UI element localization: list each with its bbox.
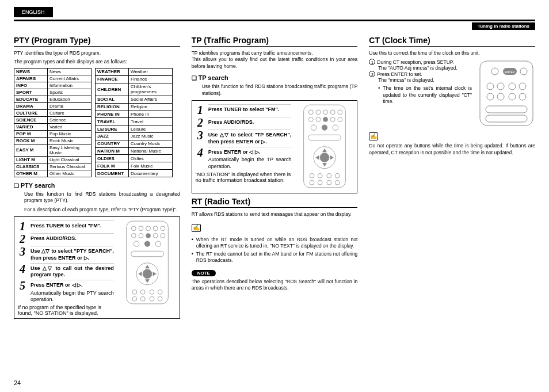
svg-point-42	[333, 125, 338, 130]
pty-steps-block: 1Press TUNER to select "FM". 2Press AUDI…	[14, 216, 180, 319]
pty-label: Travel	[129, 118, 173, 125]
svg-rect-43	[308, 135, 341, 140]
svg-point-50	[310, 174, 314, 178]
ct-heading: CT (Clock Time)	[369, 36, 535, 47]
pty-code: EDUCATE	[14, 96, 48, 102]
ct-step-1-sub: The "AUTO Adj mm:ss" is displayed.	[378, 65, 472, 71]
pty-row: OLDIESOldies	[96, 155, 173, 162]
svg-point-28	[158, 297, 162, 302]
pty-row: EASY MEasy Listening Music	[14, 144, 92, 156]
pty-row: OTHER MOther Music	[14, 170, 92, 177]
ct-steps: 1During CT reception, press SETUP. The "…	[369, 59, 472, 107]
svg-marker-48	[316, 155, 319, 160]
pty-intro-2: The program types and their displays are…	[14, 59, 180, 65]
svg-point-30	[309, 110, 314, 115]
pty-label: Documentary	[129, 170, 173, 177]
remote-figure-ct: ENTER	[478, 59, 535, 129]
tp-steps-block: 1Press TUNER to select "FM". 2Press AUDI…	[192, 100, 358, 193]
pty-code: DOCUMENT	[96, 170, 129, 177]
pty-step-3: 3Use △▽ to select "PTY SEARCH", then pre…	[18, 246, 114, 261]
pty-label: Finance	[129, 75, 173, 83]
hand-icon-ct: ✍	[369, 132, 378, 140]
pty-label: Information	[48, 82, 92, 89]
svg-point-51	[318, 174, 323, 178]
svg-point-66	[519, 83, 526, 90]
svg-marker-20	[152, 272, 156, 276]
svg-point-37	[323, 117, 328, 122]
pty-code: PHONE IN	[96, 111, 129, 118]
pty-row: POP MPop Music	[14, 130, 92, 137]
svg-point-53	[336, 174, 340, 178]
svg-point-13	[155, 241, 161, 246]
svg-point-23	[150, 290, 154, 295]
svg-point-5	[161, 226, 165, 231]
chapter-bar: Tuning in radio stations	[14, 22, 535, 30]
tp-step-2: 2Press AUDIO/RDS.	[196, 117, 292, 128]
svg-point-7	[139, 234, 143, 238]
pty-code: LEISURE	[96, 125, 129, 133]
svg-marker-17	[145, 265, 150, 268]
pty-row: CHILDRENChildren's programmes	[96, 83, 173, 96]
pty-row: RELIGIONReligion	[96, 103, 173, 111]
pty-row: DRAMADrama	[14, 102, 92, 109]
svg-point-4	[153, 226, 158, 231]
pty-label: Light Classical	[48, 156, 92, 163]
svg-marker-19	[138, 272, 142, 276]
pty-label: Current Affairs	[48, 75, 92, 82]
rt-note-text: The operations described below selecting…	[192, 279, 358, 292]
pty-code: SOCIAL	[96, 96, 129, 103]
svg-point-22	[140, 290, 145, 295]
pty-label: Jazz Music	[129, 133, 173, 140]
svg-point-67	[487, 93, 494, 100]
svg-point-64	[497, 83, 504, 90]
svg-point-25	[132, 297, 137, 302]
pty-code: OLDIES	[96, 155, 129, 162]
pty-row: JAZZJazz Music	[96, 133, 173, 140]
pty-row: LIGHT MLight Classical	[14, 156, 92, 163]
pty-code: FINANCE	[96, 75, 129, 83]
pty-label: Culture	[48, 109, 92, 116]
svg-point-38	[331, 117, 336, 122]
pty-code: CHILDREN	[96, 83, 129, 96]
pty-label: Pop Music	[48, 130, 92, 137]
pty-label: Rock Music	[48, 137, 92, 144]
pty-code: SPORT	[14, 89, 48, 96]
pty-search-p1: Use this function to find RDS stations b…	[24, 191, 180, 204]
pty-step-4: 4Use △▽ to call out the desired program …	[18, 263, 114, 279]
svg-marker-47	[322, 163, 327, 167]
pty-code: POP M	[14, 130, 48, 137]
pty-code: CULTURE	[14, 109, 48, 116]
ct-bullet: The time on the set's internal clock is …	[378, 85, 472, 105]
pty-code: NATION M	[96, 147, 129, 155]
pty-label: News	[48, 68, 92, 75]
svg-point-55	[318, 181, 323, 185]
svg-point-24	[158, 290, 162, 295]
pty-row: FOLK MFolk Music	[96, 162, 173, 170]
svg-point-41	[322, 125, 327, 130]
pty-code: EASY M	[14, 144, 48, 156]
pty-row: CLASSICSSerious Classical	[14, 163, 92, 170]
svg-point-56	[327, 181, 331, 185]
pty-table-a: NEWSNewsAFFAIRSCurrent AffairsINFOInform…	[14, 68, 92, 177]
pty-label: Oldies	[129, 155, 173, 162]
pty-label: Phone In	[129, 111, 173, 118]
pty-label: Religion	[129, 103, 173, 111]
svg-marker-46	[322, 149, 327, 152]
chapter-title: Tuning in radio stations	[472, 22, 535, 30]
svg-point-21	[132, 290, 137, 295]
svg-marker-18	[145, 280, 150, 283]
pty-row: COUNTRYCountry Music	[96, 140, 173, 147]
rt-bullet-1: When the RT mode is turned on while an R…	[192, 237, 358, 250]
pty-row: LEISURELeisure	[96, 125, 173, 133]
svg-point-27	[150, 297, 154, 302]
pty-label: Other Music	[48, 170, 92, 177]
svg-point-34	[338, 110, 342, 115]
pty-label: Education	[48, 96, 92, 102]
column-tp-rt: TP (Traffic Program) TP identifies progr…	[192, 36, 358, 322]
column-pty: PTY (Program Type) PTY identifies the ty…	[14, 36, 180, 322]
pty-row: EDUCATEEducation	[14, 96, 92, 102]
pty-step-5: 5Press ENTER or ◁ ▷.Automatically begin …	[18, 280, 114, 303]
pty-code: SCIENCE	[14, 116, 48, 123]
pty-row: SPORTSports	[14, 89, 92, 96]
pty-code: NEWS	[14, 68, 48, 75]
